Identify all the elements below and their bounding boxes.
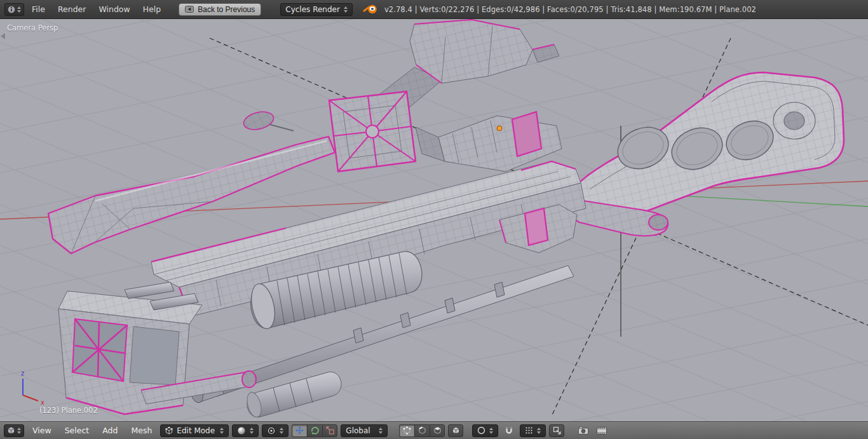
gizmo-z-label: z <box>21 370 24 377</box>
back-to-previous-button[interactable]: Back to Previous <box>179 3 261 16</box>
orientation-dropdown-value: Global <box>346 426 370 435</box>
manipulator-scale-button[interactable] <box>322 424 337 437</box>
shading-sphere-icon <box>237 426 246 435</box>
manipulator-translate-button[interactable] <box>292 424 307 437</box>
model-receiver-top-cylinder[interactable] <box>416 112 562 172</box>
dropdown-arrows-icon <box>17 428 21 434</box>
pivot-point-icon <box>267 426 276 435</box>
3d-view-editor-icon <box>7 426 15 435</box>
vertex-select-icon <box>403 426 411 435</box>
dropdown-arrows-icon <box>379 428 383 434</box>
rotate-icon <box>311 426 319 435</box>
opengl-render-button[interactable] <box>576 424 591 437</box>
dropdown-arrows-icon <box>537 428 541 434</box>
manipulator-buttons <box>292 424 337 437</box>
gizmo-x-label: x <box>41 399 44 406</box>
editor-type-selector-3dview[interactable] <box>4 424 24 437</box>
opengl-render-anim-button[interactable] <box>594 424 609 437</box>
dropdown-arrows-icon <box>280 428 283 434</box>
pivot-point-dropdown[interactable] <box>262 424 288 437</box>
proportional-circle-icon <box>477 426 485 435</box>
blender-window: File Render Window Help Back to Previous… <box>0 0 868 439</box>
model-small-dish[interactable] <box>242 109 294 133</box>
back-button-label: Back to Previous <box>198 5 255 14</box>
model-radial-plate[interactable] <box>329 91 416 172</box>
dropdown-arrows-icon <box>220 428 224 434</box>
render-animation-icon <box>597 427 607 435</box>
region-expand-arrow[interactable] <box>1 33 5 39</box>
dropdown-arrows-icon <box>250 428 254 434</box>
viewport-shading-dropdown[interactable] <box>232 424 259 437</box>
snap-element-dropdown[interactable] <box>520 424 546 437</box>
render-camera-icon <box>578 426 588 435</box>
snap-toggle-button[interactable] <box>501 424 517 437</box>
editor-type-selector-info[interactable] <box>4 3 24 16</box>
3d-viewport[interactable]: z x Camera Persp (123) Plane.002 <box>0 19 868 421</box>
select-mode-buttons <box>399 424 445 437</box>
object-origin-dot <box>497 126 502 131</box>
snap-increment-icon <box>525 426 533 435</box>
back-icon <box>185 6 194 13</box>
menu-view[interactable]: View <box>27 422 57 439</box>
mini-axis-gizmo: z x <box>21 370 44 406</box>
menu-file[interactable]: File <box>25 0 51 19</box>
blender-logo-icon <box>363 4 378 15</box>
viewport-header-bar: View Select Add Mesh Edit Mode <box>0 421 868 439</box>
occlude-geometry-button[interactable] <box>448 424 463 437</box>
menu-help[interactable]: Help <box>137 0 168 19</box>
scene-stats: v2.78.4 | Verts:0/22,276 | Edges:0/42,98… <box>384 5 756 14</box>
proportional-edit-dropdown[interactable] <box>472 424 498 437</box>
menu-render[interactable]: Render <box>51 0 93 19</box>
info-menus: File Render Window Help <box>25 0 167 19</box>
menu-mesh[interactable]: Mesh <box>126 422 157 439</box>
dropdown-arrows-icon <box>489 428 493 434</box>
render-engine-value: Cycles Render <box>285 5 340 14</box>
dropdown-arrows-icon <box>344 6 348 13</box>
mode-dropdown-value: Edit Mode <box>177 426 215 435</box>
viewport-canvas: z x <box>0 19 868 421</box>
active-object-label: (123) Plane.002 <box>39 406 98 415</box>
magnet-icon <box>505 426 513 435</box>
menu-select[interactable]: Select <box>60 422 95 439</box>
occlude-cube-icon <box>452 426 460 435</box>
face-select-icon <box>433 426 442 435</box>
edge-select-button[interactable] <box>414 424 430 437</box>
edge-select-icon <box>418 426 426 435</box>
transform-orientation-dropdown[interactable]: Global <box>341 424 388 437</box>
snap-target-icon <box>553 426 561 435</box>
info-editor-icon <box>8 6 15 13</box>
vertex-select-button[interactable] <box>399 424 414 437</box>
edit-mode-cube-icon <box>165 427 173 435</box>
snap-target-button[interactable] <box>549 424 564 437</box>
dropdown-arrows-icon <box>17 6 21 13</box>
face-select-button[interactable] <box>430 424 445 437</box>
menu-window[interactable]: Window <box>92 0 136 19</box>
manipulator-rotate-button[interactable] <box>307 424 322 437</box>
scale-icon <box>326 426 334 435</box>
translate-icon <box>295 426 304 435</box>
render-engine-dropdown[interactable]: Cycles Render <box>280 3 353 16</box>
mode-dropdown[interactable]: Edit Mode <box>160 424 229 437</box>
info-header: File Render Window Help Back to Previous… <box>0 0 868 19</box>
view-name-label: Camera Persp <box>7 24 58 32</box>
menu-add[interactable]: Add <box>97 422 123 439</box>
